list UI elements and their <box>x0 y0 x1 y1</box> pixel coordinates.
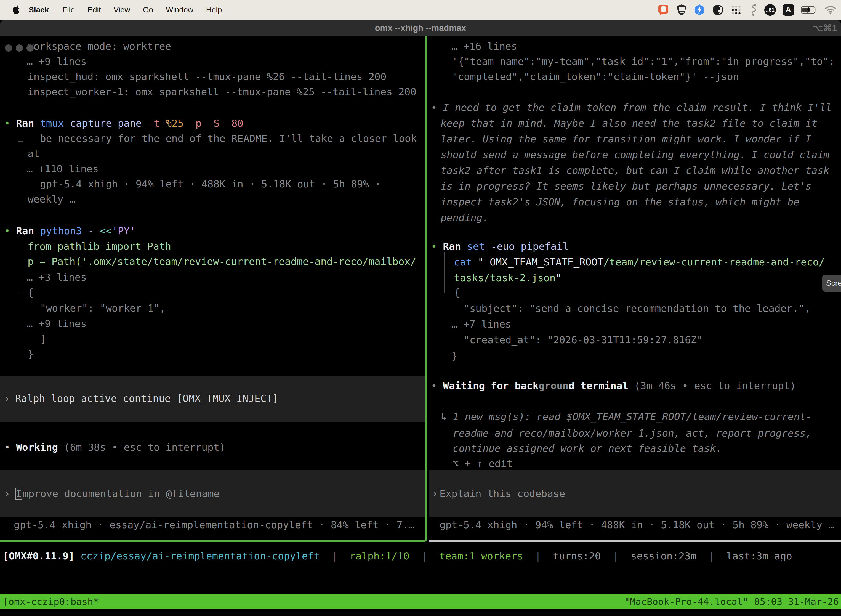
screen-tooltip-text: Scre <box>822 274 841 292</box>
menu-item-view[interactable]: View <box>107 6 136 14</box>
input-placeholder: mprove documentation in @filename <box>22 486 220 502</box>
output-connector <box>444 252 449 293</box>
window-zoom-button[interactable] <box>26 44 34 51</box>
terminal-line: … +16 lines <box>451 39 517 54</box>
pane-divider[interactable] <box>425 37 427 541</box>
terminal-line: inspect_worker-1: omx sparkshell --tmux-… <box>28 84 416 100</box>
terminal-line: • Working (6m 38s • esc to interrupt) <box>4 440 226 455</box>
terminal-line: "worker": "worker-1", <box>40 301 166 316</box>
crescent-app-icon[interactable] <box>712 4 724 16</box>
screen-tooltip: Scre <box>822 274 841 292</box>
terminal-line: is in progress? It seems likely but perh… <box>441 179 812 194</box>
terminal-line: • Ran python3 - <<'PY' <box>4 223 136 239</box>
terminal-line: weekly … <box>28 192 75 207</box>
active-pane-border <box>0 540 425 542</box>
output-connector <box>18 240 23 293</box>
prompt-chevron: › <box>4 391 10 406</box>
terminal-line: … +9 lines <box>27 316 86 331</box>
terminal-line: readme-and-reco/mailbox/worker-1.json, a… <box>453 425 812 441</box>
terminal-line: { <box>454 285 460 300</box>
terminal-line: at <box>28 146 40 161</box>
window-minimize-button[interactable] <box>16 44 23 51</box>
terminal-line: gpt-5.4 xhigh · 94% left · 488K in · 5.1… <box>40 176 381 192</box>
terminal-line: ] <box>40 331 46 347</box>
terminal-line: } <box>28 346 34 362</box>
menu-item-file[interactable]: File <box>56 6 81 14</box>
left-terminal-pane[interactable]: › Ralph loop active continue [OMX_TMUX_I… <box>0 37 425 542</box>
menu-item-edit[interactable]: Edit <box>81 6 107 14</box>
terminal-line: should send a message before completing … <box>441 147 829 163</box>
terminal-line: gpt-5.4 xhigh · 94% left · 488K in · 5.1… <box>440 517 834 532</box>
terminal-line: { <box>28 285 34 300</box>
terminal-line: p = Path('.omx/state/team/review-current… <box>28 254 416 269</box>
squiggle-app-icon[interactable] <box>748 4 757 16</box>
prompt-chevron: › <box>432 486 438 502</box>
terminal-line: gpt-5.4 xhigh · essay/ai-reimplementatio… <box>14 517 415 532</box>
tmux-host-clock: "MacBook-Pro-44.local" 05:03 31-Mar-26 <box>624 594 839 609</box>
tmux-status-bar: [omx-cczip0:bash* "MacBook-Pro-44.local"… <box>0 594 841 609</box>
screen: Slack File Edit View Go Window Help <box>0 0 841 616</box>
apple-menu-icon[interactable] <box>12 5 21 15</box>
screenshot-chat-icon[interactable] <box>657 4 670 16</box>
tmux-window-label[interactable]: [omx-cczip0:bash* <box>3 594 99 609</box>
inject-banner: › Ralph loop active continue [OMX_TMUX_I… <box>0 375 425 422</box>
terminal-line: continue assigned work or next feasible … <box>453 441 722 456</box>
terminal-line: • I need to get the claim token from the… <box>431 100 832 115</box>
terminal-line: cat "$OMX_TEAM_STATE_ROOT/team/review-cu… <box>454 254 825 270</box>
prompt-input[interactable]: › I mprove documentation in @filename <box>0 470 425 517</box>
menu-status-icons: ..61 A <box>657 4 841 16</box>
suggestion-text: Explain this codebase <box>440 486 565 502</box>
terminal-line: '{"team_name":"my-team","task_id":"1","f… <box>452 54 835 69</box>
omx-status-line: [OMX#0.11.9] cczip/essay/ai-reimplementa… <box>3 549 792 564</box>
window-title: omx --xhigh --madmax <box>375 20 466 37</box>
terminal-line: } <box>451 348 457 364</box>
terminal-line: ↳ 1 new msg(s): read $OMX_TEAM_STATE_ROO… <box>441 409 812 424</box>
terminal-line: "created_at": "2026-03-31T11:59:27.816Z" <box>463 332 703 348</box>
menu-item-window[interactable]: Window <box>160 6 200 14</box>
percent-badge-icon[interactable]: ..61 <box>764 4 776 16</box>
blue-gem-icon[interactable] <box>694 4 705 16</box>
terminal-line: task2 after task1 is complete, but can I… <box>441 163 829 178</box>
terminal-line: … +110 lines <box>27 161 98 177</box>
terminal-line: workspace_mode: worktree <box>28 39 171 54</box>
keypad-shield-icon[interactable] <box>676 4 687 16</box>
inactive-pane-border <box>429 540 841 542</box>
terminal-line: pending. <box>441 210 488 226</box>
menu-bar: Slack File Edit View Go Window Help <box>0 0 841 20</box>
terminal-line: inspect_hud: omx sparkshell --tmux-pane … <box>28 69 386 84</box>
terminal-line: be necessary for the end of the README. … <box>40 131 417 146</box>
terminal-line: "subject": "send a concise recommendatio… <box>463 301 810 316</box>
terminal-line: ⌥ + ↑ edit <box>453 456 513 471</box>
battery-icon[interactable] <box>801 6 818 14</box>
right-terminal-pane[interactable]: › Explain this codebase … +16 lines'{"te… <box>429 37 841 542</box>
menu-item-go[interactable]: Go <box>136 6 160 14</box>
terminal-line: • Ran tmux capture-pane -t %25 -p -S -80 <box>4 116 243 131</box>
terminal-line: "completed","claim_token":"claim-token"}… <box>452 69 739 84</box>
terminal-line: later. Using the same for transition mig… <box>441 131 812 147</box>
terminal-line: from pathlib import Path <box>28 239 171 254</box>
window-title-bar[interactable]: omx --xhigh --madmax ⌥⌘1 <box>0 20 841 37</box>
terminal-line: keep that in mind. Maybe I also need the… <box>441 116 817 131</box>
inject-banner-text: Ralph loop active continue [OMX_TMUX_INJ… <box>15 391 278 406</box>
terminal-line: • Ran set -euo pipefail <box>431 239 568 254</box>
terminal-line: … +3 lines <box>27 270 86 285</box>
suggestion-input[interactable]: › Explain this codebase <box>429 470 841 517</box>
wifi-icon[interactable] <box>825 5 837 15</box>
window-close-button[interactable] <box>5 44 12 51</box>
dots-grid-icon[interactable] <box>731 4 742 15</box>
percent-badge-label: ..61 <box>766 7 775 13</box>
terminal-line: … +9 lines <box>27 54 86 69</box>
menu-app-name[interactable]: Slack <box>22 6 56 14</box>
terminal-line: … +7 lines <box>451 317 511 332</box>
prompt-chevron: › <box>4 486 10 502</box>
window-shortcut-badge: ⌥⌘1 <box>813 20 837 37</box>
menu-item-help[interactable]: Help <box>200 6 229 14</box>
terminal-line: inspect task2's JSON, focusing on the st… <box>441 194 799 210</box>
input-source-label: A <box>785 6 791 14</box>
input-source-icon[interactable]: A <box>782 4 794 16</box>
terminal-line: • Waiting for background terminal (3m 46… <box>431 378 796 393</box>
terminal-line: tasks/task-2.json" <box>454 270 561 286</box>
text-cursor: I <box>15 488 22 500</box>
